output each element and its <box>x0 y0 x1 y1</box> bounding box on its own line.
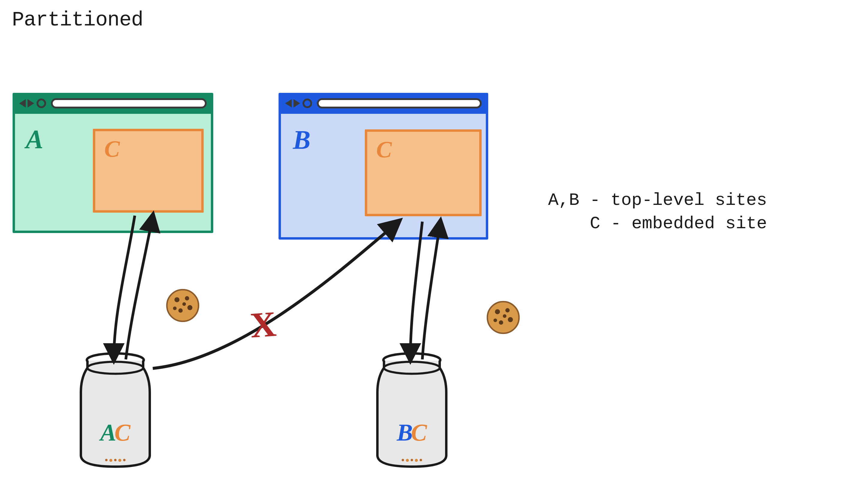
jar-icon <box>72 350 159 470</box>
svg-point-9 <box>173 307 177 310</box>
svg-point-15 <box>499 320 503 325</box>
browser-window-b: B C <box>279 93 488 239</box>
svg-point-4 <box>167 290 198 321</box>
browser-body: B C <box>281 114 486 237</box>
deny-x-icon: X <box>249 303 277 346</box>
svg-point-6 <box>185 296 189 300</box>
embedded-site-label: C <box>376 136 392 163</box>
cookie-icon <box>165 288 201 323</box>
jar-a-partition-label: A <box>100 419 116 446</box>
jar-b-label: BC <box>368 419 455 446</box>
browser-body: A C <box>15 114 211 231</box>
jar-icon <box>368 350 455 470</box>
svg-point-17 <box>503 314 506 318</box>
forward-icon <box>293 99 300 107</box>
site-a-label: A <box>26 124 43 154</box>
legend-line-1: A,B - top-level sites <box>548 189 767 212</box>
svg-point-1 <box>88 362 143 374</box>
site-b-label: B <box>293 125 311 155</box>
browser-toolbar <box>15 95 211 114</box>
cookie-jar-b: BC <box>368 350 455 470</box>
back-icon <box>19 99 26 107</box>
browser-window-a: A C <box>12 93 213 233</box>
cookie-crumbs <box>402 459 422 462</box>
cookie-jar-a: AC <box>72 350 159 470</box>
browser-toolbar <box>281 95 486 114</box>
legend-line-2: C - embedded site <box>548 212 767 235</box>
forward-icon <box>28 99 34 107</box>
svg-point-14 <box>508 317 513 322</box>
back-icon <box>285 99 292 107</box>
embedded-frame: C <box>365 129 482 216</box>
diagram-title: Partitioned <box>12 8 143 31</box>
cookie-icon <box>485 299 521 335</box>
cookie-crumbs <box>105 459 125 462</box>
svg-point-12 <box>495 309 500 314</box>
embedded-frame: C <box>93 129 204 213</box>
jar-b-site-label: C <box>411 419 427 446</box>
embedded-site-label: C <box>104 135 120 162</box>
arrow-embed-b-to-jar-b <box>410 222 422 359</box>
svg-point-3 <box>384 362 440 374</box>
jar-b-partition-label: B <box>397 419 413 446</box>
arrow-embed-a-to-jar-a <box>114 216 135 359</box>
jar-a-label: AC <box>72 419 159 446</box>
reload-icon <box>303 99 312 108</box>
address-bar <box>317 98 482 108</box>
svg-point-11 <box>487 301 519 333</box>
reload-icon <box>36 99 46 108</box>
svg-point-10 <box>182 302 186 306</box>
legend: A,B - top-level sitesC - embedded site <box>548 189 767 236</box>
svg-point-13 <box>505 308 509 312</box>
arrow-jar-a-to-embed-a <box>126 216 153 359</box>
address-bar <box>51 98 207 108</box>
svg-point-5 <box>174 297 179 302</box>
svg-point-16 <box>494 319 497 322</box>
jar-a-site-label: C <box>115 419 130 446</box>
arrow-jar-b-to-embed-b <box>422 222 440 359</box>
svg-point-8 <box>179 309 183 313</box>
svg-point-7 <box>187 305 193 310</box>
